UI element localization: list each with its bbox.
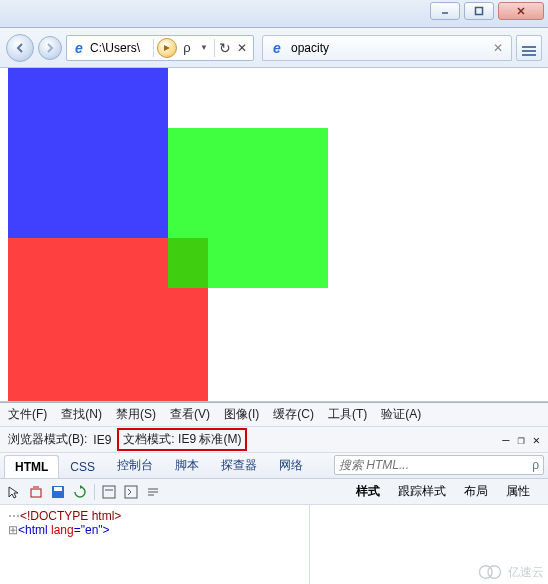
sidetab-layout[interactable]: 布局	[464, 483, 488, 500]
window-close-button[interactable]	[498, 2, 544, 20]
attributes-icon[interactable]	[123, 484, 139, 500]
wrap-icon[interactable]	[145, 484, 161, 500]
doc-mode-highlight: 文档模式: IE9 标准(M)	[117, 428, 247, 451]
devtools-search-input[interactable]	[339, 458, 532, 472]
devtools-window-controls: — ❐ ✕	[502, 433, 540, 447]
devtab-html[interactable]: HTML	[4, 455, 59, 478]
menu-view[interactable]: 查看(V)	[170, 406, 210, 423]
clear-icon[interactable]	[28, 484, 44, 500]
svg-rect-7	[54, 487, 62, 491]
devtools-mode-row: 浏览器模式(B): IE9 文档模式: IE9 标准(M) — ❐ ✕	[0, 427, 548, 453]
devtools-toolbar: 样式 跟踪样式 布局 属性	[0, 479, 548, 505]
tree-html-tag[interactable]: <html lang="en">	[18, 523, 110, 537]
address-box: e ρ ▼ ↻ ✕	[66, 35, 254, 61]
devtab-console[interactable]: 控制台	[106, 452, 164, 478]
nav-forward-button[interactable]	[38, 36, 62, 60]
sidetab-trace[interactable]: 跟踪样式	[398, 483, 446, 500]
browser-mode-label: 浏览器模式(B):	[8, 431, 87, 448]
devtab-script[interactable]: 脚本	[164, 452, 210, 478]
compat-view-icon[interactable]	[157, 38, 177, 58]
styles-pane	[310, 505, 548, 584]
devtools-search-box: ρ	[334, 455, 544, 475]
devtab-css[interactable]: CSS	[59, 455, 106, 478]
doc-mode-label: 文档模式:	[123, 432, 174, 446]
devtools-side-tabs: 样式 跟踪样式 布局 属性	[356, 483, 542, 500]
browser-mode-value[interactable]: IE9	[93, 433, 111, 447]
edit-icon[interactable]	[101, 484, 117, 500]
menu-validate[interactable]: 验证(A)	[381, 406, 421, 423]
page-viewport	[0, 68, 548, 402]
address-bar-row: e ρ ▼ ↻ ✕ e opacity ✕	[0, 28, 548, 68]
ie-logo-icon: e	[71, 40, 87, 56]
devtools-panes: ⋯<!DOCTYPE html> ⊞<html lang="en">	[0, 505, 548, 584]
devtab-network[interactable]: 网络	[268, 452, 314, 478]
refresh-tree-icon[interactable]	[72, 484, 88, 500]
devtools-close-icon[interactable]: ✕	[533, 433, 540, 447]
toolbar-menu-button[interactable]	[516, 35, 542, 61]
devtools-panel: 文件(F) 查找(N) 禁用(S) 查看(V) 图像(I) 缓存(C) 工具(T…	[0, 402, 548, 584]
tab-title: opacity	[291, 41, 329, 55]
devtab-profiler[interactable]: 探查器	[210, 452, 268, 478]
devtools-menu-bar: 文件(F) 查找(N) 禁用(S) 查看(V) 图像(I) 缓存(C) 工具(T…	[0, 403, 548, 427]
dom-tree[interactable]: ⋯<!DOCTYPE html> ⊞<html lang="en">	[0, 505, 310, 584]
separator	[153, 39, 154, 57]
menu-images[interactable]: 图像(I)	[224, 406, 259, 423]
chevron-down-icon[interactable]: ▼	[197, 41, 211, 55]
sidetab-styles[interactable]: 样式	[356, 483, 380, 500]
window-minimize-button[interactable]	[430, 2, 460, 20]
demo-square-blue	[8, 68, 168, 238]
menu-cache[interactable]: 缓存(C)	[273, 406, 314, 423]
svg-rect-4	[31, 489, 41, 497]
separator	[214, 39, 215, 57]
tab-close-icon[interactable]: ✕	[491, 41, 505, 55]
tree-expand-icon[interactable]: ⋯	[8, 509, 20, 523]
menu-tools[interactable]: 工具(T)	[328, 406, 367, 423]
browser-tab[interactable]: e opacity ✕	[262, 35, 512, 61]
address-input[interactable]	[90, 41, 150, 55]
separator	[94, 484, 95, 500]
tree-expand-icon[interactable]: ⊞	[8, 523, 18, 537]
devtools-minimize-icon[interactable]: —	[502, 433, 509, 447]
search-dropdown-icon[interactable]: ρ	[180, 41, 194, 55]
menu-find[interactable]: 查找(N)	[61, 406, 102, 423]
save-icon[interactable]	[50, 484, 66, 500]
devtools-tab-row: HTML CSS 控制台 脚本 探查器 网络 ρ	[0, 453, 548, 479]
menu-file[interactable]: 文件(F)	[8, 406, 47, 423]
svg-rect-1	[476, 8, 483, 15]
ie-logo-icon: e	[269, 40, 285, 56]
svg-rect-8	[103, 486, 115, 498]
stop-icon[interactable]: ✕	[235, 41, 249, 55]
refresh-icon[interactable]: ↻	[218, 41, 232, 55]
menu-disable[interactable]: 禁用(S)	[116, 406, 156, 423]
doc-mode-value[interactable]: IE9 标准(M)	[178, 432, 241, 446]
devtools-unpin-icon[interactable]: ❐	[518, 433, 525, 447]
window-maximize-button[interactable]	[464, 2, 494, 20]
select-element-icon[interactable]	[6, 484, 22, 500]
tree-doctype: <!DOCTYPE html>	[20, 509, 121, 523]
sidetab-attrs[interactable]: 属性	[506, 483, 530, 500]
demo-square-green	[168, 128, 328, 288]
window-titlebar	[0, 0, 548, 28]
search-icon[interactable]: ρ	[532, 458, 539, 472]
nav-back-button[interactable]	[6, 34, 34, 62]
